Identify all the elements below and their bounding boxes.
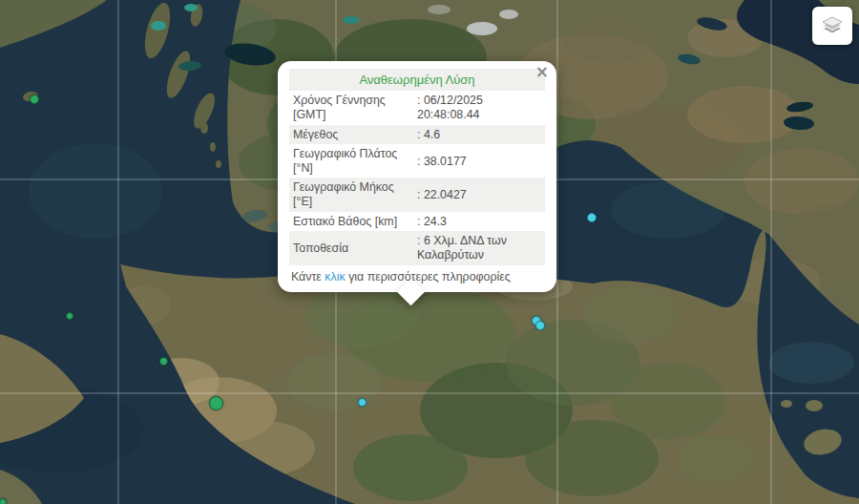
layers-control-button[interactable] [812, 7, 852, 45]
field-label: Γεωγραφικό Πλάτος [°N] [289, 144, 413, 178]
field-value: : 22.0427 [413, 178, 545, 211]
footer-text: Κάντε [291, 270, 325, 284]
earthquake-marker[interactable] [30, 94, 39, 104]
earthquake-marker[interactable] [535, 321, 545, 330]
popup-close-button[interactable]: × [535, 64, 549, 80]
field-label: Τοποθεσία [289, 231, 413, 264]
field-value: : 4.6 [413, 125, 545, 145]
field-value: : 24.3 [413, 212, 545, 232]
field-value: : 38.0177 [413, 144, 545, 178]
field-value: : 06/12/2025 20:48:08.44 [413, 91, 545, 124]
map-viewport: × Αναθεωρημένη Λύση Χρόνος Γέννησης [GMT… [0, 0, 859, 504]
earthquake-marker[interactable] [66, 312, 73, 320]
field-label: Χρόνος Γέννησης [GMT] [289, 91, 413, 124]
field-label: Γεωγραφικό Μήκος [°E] [289, 178, 413, 211]
earthquake-marker[interactable] [358, 398, 367, 407]
field-value: : 6 Χλμ. ΔΝΔ των Καλαβρύτων [413, 231, 545, 264]
footer-text: για περισσότερες πληροφορίες [346, 270, 511, 284]
more-info-link[interactable]: κλικ [325, 270, 345, 284]
earthquake-marker[interactable] [0, 498, 7, 504]
field-label: Εστιακό Βάθος [km] [289, 212, 413, 232]
popup-footer: Κάντε κλικ για περισσότερες πληροφορίες [289, 265, 545, 287]
field-label: Μέγεθος [289, 125, 413, 145]
earthquake-marker[interactable] [209, 396, 223, 410]
event-details-table: Αναθεωρημένη Λύση Χρόνος Γέννησης [GMT] … [289, 69, 545, 265]
layers-icon [820, 13, 845, 38]
earthquake-marker[interactable] [587, 213, 597, 222]
earthquake-marker[interactable] [159, 357, 168, 366]
earthquake-popup: × Αναθεωρημένη Λύση Χρόνος Γέννησης [GMT… [278, 61, 556, 292]
popup-title: Αναθεωρημένη Λύση [289, 69, 545, 91]
